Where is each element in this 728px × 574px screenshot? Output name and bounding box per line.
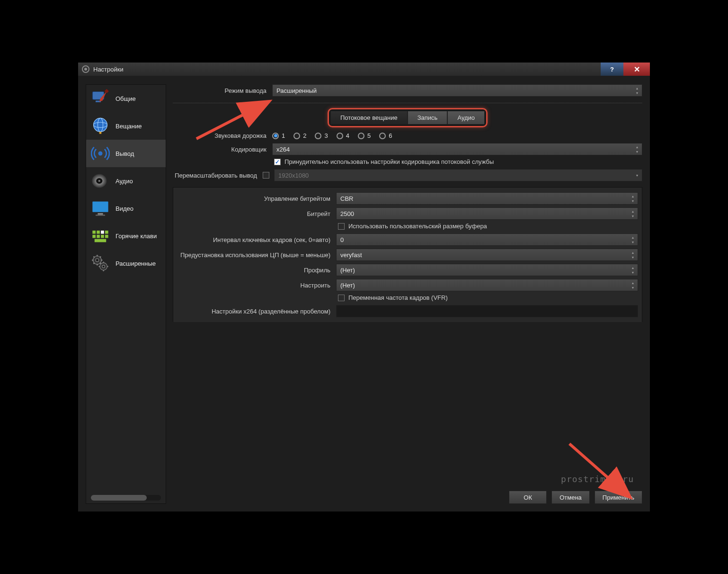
tune-select[interactable]: (Нет) ▲▼ — [336, 279, 638, 291]
bitrate-input[interactable]: 2500 ▲▼ — [336, 207, 638, 220]
svg-point-27 — [102, 265, 105, 268]
sidebar-item-label: Вещание — [115, 123, 142, 130]
chevron-down-icon: ▼ — [629, 240, 637, 244]
sidebar-item-label: Видео — [115, 205, 133, 212]
sidebar-item-general[interactable]: Общие — [86, 85, 166, 112]
sidebar-item-stream[interactable]: Вещание — [86, 112, 166, 140]
svg-rect-19 — [92, 235, 96, 238]
x264opts-label: Настройки x264 (разделённые пробелом) — [175, 308, 336, 315]
tab-streaming[interactable]: Потоковое вещание — [330, 111, 408, 125]
annotation-tabs-highlight: Потоковое вещание Запись Аудио — [328, 108, 488, 127]
svg-rect-2 — [105, 89, 109, 93]
audio-track-2[interactable]: 2 — [293, 132, 306, 139]
enforce-encoder-label: Принудительно использовать настройки код… — [284, 158, 494, 165]
bitrate-label: Битрейт — [175, 210, 336, 217]
svg-rect-23 — [95, 239, 106, 242]
chevron-down-icon: ▼ — [629, 285, 637, 290]
close-button[interactable]: ✕ — [623, 63, 650, 76]
monitor-brush-icon — [91, 89, 110, 108]
ok-button[interactable]: ОК — [509, 491, 547, 504]
obs-icon — [82, 65, 89, 73]
svg-line-35 — [94, 263, 95, 264]
chevron-down-icon: ▼ — [629, 270, 637, 275]
tab-audio[interactable]: Аудио — [447, 111, 485, 125]
svg-rect-22 — [105, 235, 108, 238]
divider — [173, 102, 642, 103]
chevron-down-icon: ▼ — [629, 255, 637, 260]
svg-line-41 — [569, 444, 629, 496]
sidebar-item-audio[interactable]: Аудио — [86, 167, 166, 195]
rate-control-label: Управление битрейтом — [175, 195, 336, 202]
svg-rect-7 — [99, 132, 101, 134]
sidebar-item-label: Аудио — [115, 178, 133, 185]
cpu-preset-label: Предустановка использования ЦП (выше = м… — [175, 251, 336, 259]
tab-recording[interactable]: Запись — [408, 111, 448, 125]
rescale-select[interactable]: 1920x1080 ▼ — [274, 169, 642, 181]
cpu-preset-value: veryfast — [340, 251, 362, 259]
speaker-icon — [91, 171, 110, 190]
audio-track-3[interactable]: 3 — [315, 132, 328, 139]
main-panel: Режим вывода Расширенный ▲▼ Потоковое ве… — [173, 84, 642, 504]
sidebar-scrollbar[interactable] — [91, 495, 161, 501]
svg-point-25 — [96, 259, 99, 262]
audio-track-6[interactable]: 6 — [379, 132, 392, 139]
enforce-encoder-checkbox[interactable] — [274, 159, 281, 165]
radio-icon — [379, 133, 386, 139]
keyint-input[interactable]: 0 ▲▼ — [336, 233, 638, 246]
chevron-down-icon: ▼ — [629, 198, 637, 203]
rescale-checkbox[interactable] — [263, 172, 269, 179]
titlebar: Настройки ? ✕ — [78, 63, 650, 76]
svg-line-34 — [100, 257, 101, 258]
watermark-text: prostrimer.ru — [561, 474, 634, 484]
tune-value: (Нет) — [340, 282, 355, 289]
svg-rect-18 — [105, 231, 108, 234]
radio-icon — [315, 133, 321, 139]
audio-track-5[interactable]: 5 — [358, 132, 371, 139]
svg-rect-12 — [92, 202, 108, 212]
svg-rect-14 — [96, 215, 105, 215]
sidebar-item-video[interactable]: Видео — [86, 195, 166, 222]
vfr-label: Переменная частота кадров (VFR) — [348, 294, 448, 301]
sidebar-item-advanced[interactable]: Расширенные — [86, 250, 166, 277]
radio-icon — [358, 133, 364, 139]
svg-rect-16 — [97, 231, 100, 234]
custom-buffer-checkbox[interactable] — [338, 223, 345, 230]
sidebar: Общие Вещание Вывод Аудио — [86, 84, 166, 504]
vfr-checkbox[interactable] — [338, 295, 345, 301]
help-button[interactable]: ? — [601, 63, 623, 76]
radio-icon — [293, 133, 300, 139]
radio-icon — [337, 133, 343, 139]
globe-icon — [91, 117, 110, 135]
chevron-down-icon: ▼ — [633, 90, 641, 95]
broadcast-icon — [91, 144, 110, 163]
cpu-preset-select[interactable]: veryfast ▲▼ — [336, 249, 638, 261]
cancel-button[interactable]: Отмена — [551, 491, 590, 504]
encoder-panel: Управление битрейтом CBR ▲▼ Битрейт 2500… — [173, 187, 642, 322]
rate-control-select[interactable]: CBR ▲▼ — [336, 192, 638, 205]
encoder-label: Кодировщик — [173, 146, 272, 153]
chevron-up-icon: ▲ — [629, 280, 637, 285]
audio-track-label: Звуковая дорожка — [173, 132, 272, 139]
output-mode-select[interactable]: Расширенный ▲▼ — [272, 84, 642, 97]
x264opts-input[interactable] — [336, 305, 638, 317]
chevron-up-icon: ▲ — [629, 265, 637, 270]
audio-track-1[interactable]: 1 — [272, 132, 285, 139]
dialog-buttons: ОК Отмена Применить — [509, 491, 642, 504]
sidebar-item-label: Расширенные — [115, 260, 156, 267]
apply-button[interactable]: Применить — [595, 491, 642, 504]
chevron-down-icon: ▼ — [633, 170, 641, 180]
audio-track-4[interactable]: 4 — [337, 132, 349, 139]
settings-window: Настройки ? ✕ Общие Вещание — [78, 62, 650, 512]
sidebar-item-hotkeys[interactable]: Горячие клави — [86, 222, 166, 250]
sidebar-item-output[interactable]: Вывод — [86, 140, 166, 167]
rescale-label: Перемасштабировать вывод — [173, 172, 263, 179]
bitrate-value: 2500 — [340, 210, 354, 217]
sidebar-item-label: Общие — [115, 95, 136, 102]
profile-select[interactable]: (Нет) ▲▼ — [336, 264, 638, 276]
svg-rect-20 — [97, 235, 100, 238]
encoder-select[interactable]: x264 ▲▼ — [272, 143, 642, 155]
svg-rect-21 — [101, 235, 104, 238]
chevron-up-icon: ▲ — [633, 86, 641, 90]
rate-control-value: CBR — [340, 195, 353, 202]
svg-line-33 — [100, 263, 101, 264]
